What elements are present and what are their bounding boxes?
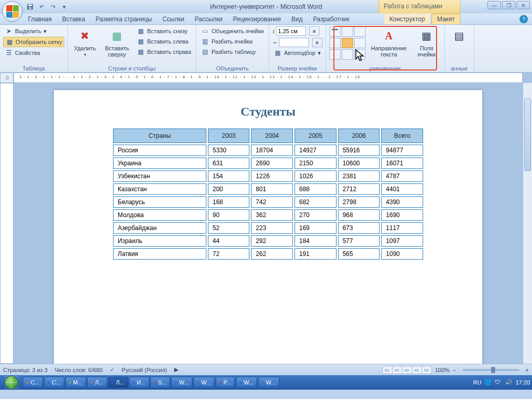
- vertical-ruler[interactable]: [0, 83, 13, 364]
- insert-left-button[interactable]: ▦Вставить слева: [135, 37, 193, 46]
- zoom-level[interactable]: 100%: [435, 367, 450, 373]
- view-draft[interactable]: ▭: [422, 366, 432, 374]
- tab-home[interactable]: Главная: [23, 14, 57, 24]
- view-gridlines-button[interactable]: ▦Отобразить сетку: [3, 37, 64, 47]
- tray-clock[interactable]: 17:20: [515, 379, 530, 386]
- tab-developer[interactable]: Разработчик: [308, 14, 355, 24]
- cell-country[interactable]: Россия: [113, 145, 206, 156]
- cell-value[interactable]: 1117: [381, 222, 423, 234]
- cell-value[interactable]: 577: [338, 235, 380, 247]
- qat-save-icon[interactable]: [26, 3, 34, 11]
- th-2006[interactable]: 2006: [338, 129, 380, 143]
- align-bottom-left[interactable]: [329, 49, 341, 60]
- cell-value[interactable]: 673: [338, 222, 380, 234]
- cell-value[interactable]: 44: [208, 235, 249, 247]
- qat-redo-icon[interactable]: ↷: [49, 3, 57, 11]
- cell-value[interactable]: 223: [251, 222, 293, 234]
- view-full-screen[interactable]: ▭: [392, 366, 402, 374]
- cell-value[interactable]: 10600: [338, 158, 380, 169]
- align-top-center[interactable]: [342, 26, 353, 37]
- help-button[interactable]: ?: [520, 15, 528, 23]
- cell-value[interactable]: 688: [295, 183, 337, 195]
- status-language[interactable]: Русский (Россия): [122, 367, 167, 373]
- taskbar-item[interactable]: ▪S...: [150, 377, 170, 388]
- th-2004[interactable]: 2004: [251, 129, 293, 143]
- zoom-in-button[interactable]: +: [526, 367, 529, 373]
- cell-country[interactable]: Молдова: [113, 209, 206, 221]
- tab-design[interactable]: Конструктор: [384, 14, 430, 24]
- taskbar-item[interactable]: ▪P...: [216, 377, 235, 388]
- col-width-input[interactable]: [279, 38, 309, 47]
- cell-value[interactable]: 52: [208, 222, 249, 234]
- view-print-layout[interactable]: ▭: [382, 366, 393, 374]
- cell-margins-button[interactable]: ▦Поля ячейки: [412, 26, 441, 64]
- cell-value[interactable]: 801: [251, 183, 293, 195]
- taskbar-item[interactable]: ▪W...: [171, 377, 192, 388]
- cell-value[interactable]: 262: [251, 248, 293, 260]
- horizontal-ruler[interactable]: 3 · 1 · 2 · 1 · 1 · 1 · · · 1 · 1 · 2 · …: [13, 73, 523, 83]
- cell-country[interactable]: Узбекистан: [113, 170, 206, 182]
- cell-value[interactable]: 14927: [295, 145, 337, 156]
- status-page[interactable]: Страница: 3 из 3: [3, 367, 48, 373]
- ruler-corner[interactable]: ⎙: [0, 73, 13, 83]
- zoom-slider[interactable]: [463, 369, 520, 371]
- delete-button[interactable]: ✖Удалить▾: [71, 26, 99, 64]
- restore-button[interactable]: ❐: [502, 1, 515, 9]
- properties-button[interactable]: ☰Свойства: [3, 48, 64, 58]
- dist-rows-button[interactable]: ≡: [309, 26, 319, 36]
- tray-shield-icon[interactable]: 🛡: [495, 379, 502, 386]
- merge-cells-button[interactable]: ▭Объединить ячейки: [200, 26, 265, 36]
- cell-value[interactable]: 184: [295, 235, 337, 247]
- cell-country[interactable]: Азербайджан: [113, 222, 206, 234]
- qat-undo-icon[interactable]: ↶: [37, 3, 46, 11]
- cell-country[interactable]: Казахстан: [113, 183, 206, 195]
- taskbar-item[interactable]: ▪Л...: [87, 377, 107, 388]
- cell-value[interactable]: 4390: [381, 196, 423, 208]
- cell-value[interactable]: 2150: [295, 158, 337, 169]
- cell-value[interactable]: 968: [338, 209, 380, 221]
- taskbar-item[interactable]: ▪W...: [258, 377, 279, 388]
- insert-above-button[interactable]: ▦Вставить сверху: [101, 26, 133, 64]
- cell-value[interactable]: 292: [251, 235, 293, 247]
- align-bottom-right[interactable]: [354, 49, 366, 60]
- zoom-out-button[interactable]: −: [453, 367, 456, 373]
- taskbar-item[interactable]: ▪Л...: [108, 377, 128, 388]
- cell-value[interactable]: 168: [208, 196, 249, 208]
- tab-insert[interactable]: Вставка: [57, 14, 91, 24]
- th-country[interactable]: Страны: [113, 129, 206, 143]
- cell-value[interactable]: 4787: [381, 170, 423, 182]
- tab-layout[interactable]: Макет: [431, 13, 460, 24]
- split-cells-button[interactable]: ▥Разбить ячейки: [200, 37, 265, 46]
- document-viewport[interactable]: Студенты Страны 2003 2004 2005 2006 Всег…: [13, 83, 523, 364]
- autofit-button[interactable]: ▦Автоподбор ▾: [272, 48, 323, 58]
- cell-country[interactable]: Беларусь: [113, 196, 206, 208]
- cell-value[interactable]: 2712: [338, 183, 380, 195]
- cell-value[interactable]: 154: [208, 170, 249, 182]
- cell-value[interactable]: 191: [295, 248, 337, 260]
- cell-value[interactable]: 1226: [251, 170, 293, 182]
- cell-value[interactable]: 55916: [338, 145, 380, 156]
- th-2005[interactable]: 2005: [295, 129, 337, 143]
- cell-value[interactable]: 18704: [251, 145, 293, 156]
- taskbar-item[interactable]: ▪C...: [44, 377, 64, 388]
- status-words[interactable]: Число слов: 6/680: [55, 367, 103, 373]
- status-proofing-icon[interactable]: ✓: [110, 366, 115, 373]
- th-2003[interactable]: 2003: [208, 129, 249, 143]
- tray-volume-icon[interactable]: 🔊: [505, 379, 512, 386]
- text-direction-button[interactable]: AНаправление текста: [368, 26, 410, 64]
- cell-value[interactable]: 4401: [381, 183, 423, 195]
- cell-value[interactable]: 1026: [295, 170, 337, 182]
- tray-lang[interactable]: RU: [473, 379, 482, 386]
- taskbar-item[interactable]: ▪M...: [65, 377, 86, 388]
- minimize-button[interactable]: ―: [487, 1, 501, 9]
- cell-value[interactable]: 5330: [208, 145, 249, 156]
- office-button[interactable]: [2, 1, 23, 22]
- taskbar-item[interactable]: ▪W...: [193, 377, 215, 388]
- vertical-scrollbar[interactable]: [523, 83, 532, 364]
- insert-below-button[interactable]: ▦Вставить снизу: [135, 26, 193, 36]
- scroll-thumb[interactable]: [524, 98, 531, 171]
- insert-right-button[interactable]: ▦Вставить справа: [135, 47, 193, 56]
- cell-value[interactable]: 742: [251, 196, 293, 208]
- tab-mailings[interactable]: Рассылки: [189, 14, 228, 24]
- cell-value[interactable]: 72: [208, 248, 249, 260]
